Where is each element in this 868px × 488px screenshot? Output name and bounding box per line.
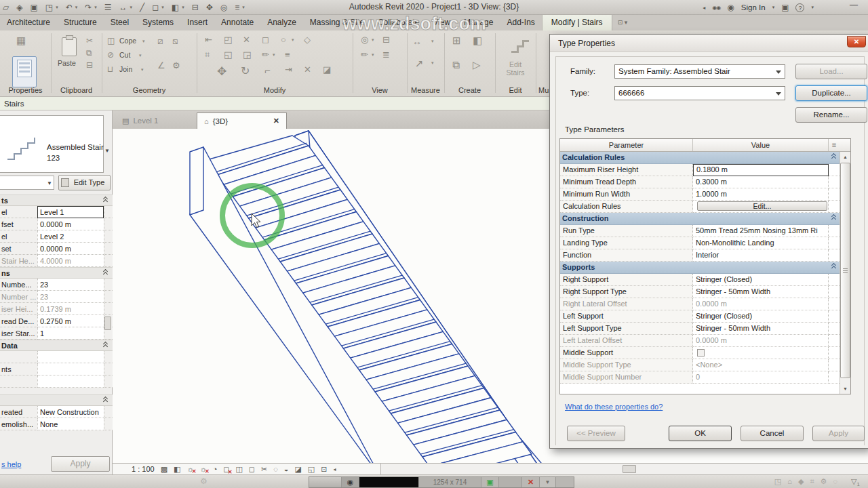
param-value[interactable]: 0.1800 m (693, 164, 829, 176)
view-tab-level1[interactable]: Level 1 (115, 113, 197, 129)
param-value[interactable]: New Construction (37, 406, 104, 418)
scrollbar-thumb[interactable] (623, 465, 636, 473)
ribbon-tab-systems[interactable]: Systems (136, 15, 180, 30)
param-value[interactable] (37, 351, 104, 363)
measure-tool-icon[interactable] (412, 36, 422, 47)
param-value[interactable]: 23 (37, 279, 104, 291)
lightbulb-icon[interactable] (361, 35, 368, 45)
create-group-icon[interactable] (452, 59, 460, 71)
param-value[interactable] (37, 363, 104, 375)
section-box-icon[interactable] (261, 465, 267, 474)
recorder-dropdown-icon[interactable]: ▼ (540, 477, 556, 487)
type-combo[interactable]: 666666 (614, 86, 785, 100)
scroll-up-icon[interactable]: ▲ (840, 152, 850, 162)
pin2-icon[interactable] (285, 64, 292, 75)
reveal-hidden-icon[interactable] (284, 465, 289, 473)
cope-icon[interactable] (107, 36, 115, 45)
type-selector-dropdown-icon[interactable]: ▼ (104, 148, 110, 154)
split-icon[interactable] (285, 49, 290, 60)
join-icon[interactable] (107, 64, 113, 74)
links-icon[interactable] (821, 477, 827, 486)
search-icon[interactable] (712, 5, 720, 11)
hammer-icon[interactable] (172, 60, 180, 70)
param-value[interactable]: Stringer (Closed) (693, 274, 829, 286)
properties-palette-icon[interactable] (12, 56, 37, 87)
paint-icon[interactable] (157, 36, 163, 47)
palette-section-header[interactable]: Data (0, 340, 113, 351)
cut-geometry-icon[interactable] (107, 50, 114, 60)
unlock-view-icon[interactable] (249, 465, 255, 474)
dialog-close-icon[interactable]: ✕ (847, 36, 866, 47)
collapse-icon[interactable]: ◂ (703, 5, 705, 11)
minimize-button[interactable]: — (844, 1, 864, 11)
match-type-icon[interactable] (86, 60, 93, 70)
edit-stairs-label[interactable]: EditStairs (495, 60, 536, 77)
override-icon[interactable] (361, 49, 368, 60)
filter-icon[interactable]: ▽1 (851, 477, 860, 487)
rename-button[interactable]: Rename... (795, 107, 867, 123)
sign-in-dropdown-icon[interactable]: ▾ (772, 5, 775, 10)
dialog-title[interactable]: Type Properties (550, 35, 868, 52)
align-icon[interactable] (205, 35, 212, 45)
copy-icon[interactable] (86, 48, 92, 58)
group-icon[interactable] (323, 64, 331, 75)
param-value[interactable]: Edit... (693, 201, 829, 213)
type-selector[interactable]: Assembled Stair 123 ▼ (0, 115, 104, 173)
palette-section-header[interactable]: ts (0, 195, 113, 206)
param-value[interactable]: 0.1739 m (37, 303, 104, 315)
edit-type-button[interactable]: Edit Type (58, 175, 111, 190)
close-view-icon[interactable]: ✕ (273, 117, 279, 125)
properties-help-link[interactable]: s help (1, 460, 21, 468)
dimension-icon[interactable] (415, 58, 424, 70)
ribbon-tab-insert[interactable]: Insert (180, 15, 214, 30)
recorder-app-icon[interactable] (342, 477, 359, 487)
temporary-hide-icon[interactable] (273, 465, 278, 473)
param-value[interactable] (37, 375, 104, 388)
param-value[interactable]: 0 (693, 371, 829, 384)
paste-icon[interactable] (62, 37, 77, 56)
filter-combo[interactable]: ▼ (0, 176, 54, 190)
demolish-icon[interactable] (172, 36, 178, 47)
lamp-icon[interactable] (281, 35, 286, 45)
sign-in-button[interactable]: Sign In (741, 3, 766, 12)
tab-modify-stairs[interactable]: Modify | Stairs (542, 14, 612, 30)
scale-icon[interactable] (224, 49, 232, 60)
ribbon-tab-steel[interactable]: Steel (104, 15, 136, 30)
recorder-button2[interactable] (499, 477, 522, 487)
help-dropdown-icon[interactable]: ▾ (811, 5, 814, 10)
preview-button[interactable]: << Preview (567, 426, 625, 441)
design-options-icon[interactable] (787, 477, 792, 486)
group-header-calculation-rules[interactable]: Calculation Rules (560, 152, 840, 164)
param-value[interactable]: Level 2 (37, 230, 104, 243)
sun-path-icon[interactable]: ✕ (186, 465, 193, 473)
recorder-button[interactable] (309, 477, 342, 487)
cut-icon[interactable] (86, 36, 93, 45)
param-value[interactable]: 0.3000 m (693, 176, 829, 188)
corner-icon[interactable] (264, 64, 271, 76)
param-value[interactable] (693, 347, 829, 359)
render-icon[interactable] (213, 465, 218, 473)
visual-style-icon[interactable] (174, 465, 180, 474)
background-icon[interactable] (833, 477, 837, 486)
param-value[interactable]: 23 (37, 291, 104, 303)
expand-icon[interactable]: ◂ (333, 466, 336, 472)
detail-level-icon[interactable] (161, 465, 167, 474)
palette-section-header[interactable] (0, 394, 113, 406)
param-value[interactable]: 0.0000 m (37, 218, 104, 230)
param-value[interactable]: None (37, 418, 104, 430)
view-tab-3d[interactable]: {3D} ✕ (197, 113, 287, 129)
group-header-construction[interactable]: Construction (560, 213, 840, 225)
duplicate-button[interactable]: Duplicate... (795, 85, 867, 101)
param-value[interactable]: 0.0000 m (693, 298, 829, 310)
scale-control[interactable]: 1 : 100 (132, 465, 155, 473)
horizontal-scrollbar[interactable] (381, 463, 868, 474)
param-value[interactable]: 4.0000 m (37, 255, 104, 267)
help-icon[interactable]: ? (795, 3, 804, 12)
ribbon-tab-analyze[interactable]: Analyze (260, 15, 303, 30)
hide-icon[interactable] (382, 35, 390, 45)
param-value[interactable]: Level 1 (37, 206, 104, 218)
scroll-down-icon[interactable]: ▼ (840, 384, 850, 394)
apply-button[interactable]: Apply (812, 426, 865, 441)
create-parts-icon[interactable] (473, 59, 481, 71)
edit-stairs-icon[interactable] (511, 39, 532, 56)
